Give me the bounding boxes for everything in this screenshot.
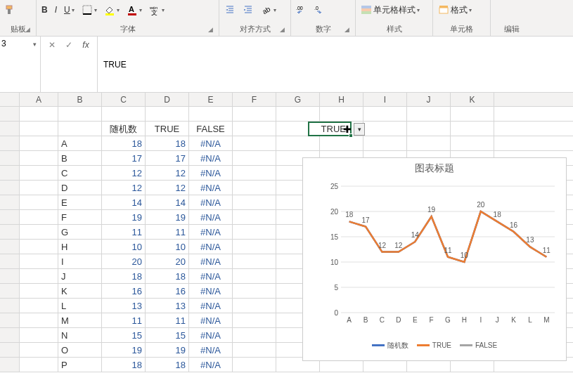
cell[interactable] <box>233 210 276 224</box>
cell[interactable] <box>233 299 276 313</box>
cell-label[interactable]: P <box>58 358 102 372</box>
column-header-F[interactable]: F <box>233 93 276 106</box>
cell-label[interactable]: A <box>58 136 102 150</box>
cell[interactable] <box>233 166 276 180</box>
fill-handle[interactable] <box>349 133 353 138</box>
cell[interactable] <box>20 181 58 195</box>
cell-random[interactable]: 16 <box>102 284 146 298</box>
cell[interactable] <box>233 107 276 121</box>
cell[interactable] <box>233 151 276 165</box>
cell[interactable] <box>407 136 451 150</box>
selected-cell[interactable]: TRUE <box>308 122 352 136</box>
cell[interactable] <box>363 136 407 150</box>
row-header[interactable] <box>0 358 20 372</box>
insert-function-button[interactable]: fx <box>79 39 93 51</box>
cell-label[interactable]: B <box>58 151 102 165</box>
cell-true[interactable]: 10 <box>146 240 189 254</box>
column-header-C[interactable]: C <box>102 93 146 106</box>
cell-random[interactable]: 13 <box>102 299 146 313</box>
cell[interactable] <box>363 107 407 121</box>
dialog-launcher-icon[interactable]: ◢ <box>342 26 351 34</box>
cell[interactable] <box>407 122 451 136</box>
cell-true[interactable]: 16 <box>146 284 189 298</box>
cell-false[interactable]: #N/A <box>189 254 233 268</box>
column-header-A[interactable]: A <box>20 93 58 106</box>
header-true[interactable]: TRUE <box>146 122 189 136</box>
name-box-dropdown-icon[interactable]: ▾ <box>31 39 39 50</box>
row-header[interactable] <box>0 210 20 224</box>
header-random[interactable]: 随机数 <box>102 122 146 136</box>
row-header[interactable] <box>0 225 20 239</box>
cell-true[interactable]: 20 <box>146 254 189 268</box>
column-header-B[interactable]: B <box>58 93 102 106</box>
row-header[interactable] <box>0 328 20 342</box>
cell-random[interactable]: 18 <box>102 136 146 150</box>
decrease-indent-button[interactable] <box>222 3 238 17</box>
cell-random[interactable]: 14 <box>102 195 146 209</box>
cell[interactable] <box>407 107 451 121</box>
dialog-launcher-icon[interactable]: ◢ <box>278 26 286 34</box>
row-header[interactable] <box>0 343 20 357</box>
row-header[interactable] <box>0 313 20 327</box>
cell[interactable] <box>20 313 58 327</box>
row-header[interactable] <box>0 269 20 283</box>
column-header-J[interactable]: J <box>407 93 451 106</box>
cell[interactable] <box>320 107 363 121</box>
cell[interactable] <box>20 122 58 136</box>
row-header[interactable] <box>0 122 20 136</box>
dialog-launcher-icon[interactable]: ◢ <box>206 26 214 34</box>
cancel-formula-button[interactable]: ✕ <box>45 39 59 51</box>
formula-input[interactable] <box>98 37 573 92</box>
legend-item[interactable]: TRUE <box>417 341 451 349</box>
legend-item[interactable]: FALSE <box>460 341 497 349</box>
cell[interactable] <box>451 136 494 150</box>
row-header[interactable] <box>0 151 20 165</box>
increase-indent-button[interactable] <box>240 3 256 17</box>
cell-true[interactable]: 18 <box>146 269 189 283</box>
cell-random[interactable]: 12 <box>102 166 146 180</box>
cell-random[interactable]: 18 <box>102 358 146 372</box>
cell[interactable] <box>20 269 58 283</box>
cell-false[interactable]: #N/A <box>189 225 233 239</box>
column-header-E[interactable]: E <box>189 93 233 106</box>
cell[interactable] <box>233 225 276 239</box>
cell-true[interactable]: 18 <box>146 358 189 372</box>
format-button[interactable]: 格式▾ <box>436 3 474 18</box>
cell[interactable] <box>233 136 276 150</box>
cell[interactable] <box>451 107 494 121</box>
cell[interactable] <box>320 136 363 150</box>
cell-true[interactable]: 15 <box>146 328 189 342</box>
cell[interactable] <box>20 254 58 268</box>
cell-label[interactable]: N <box>58 328 102 342</box>
cell-styles-button[interactable]: 单元格样式▾ <box>359 3 422 18</box>
cell-false[interactable]: #N/A <box>189 328 233 342</box>
cell[interactable] <box>20 166 58 180</box>
cell-random[interactable]: 19 <box>102 210 146 224</box>
fill-color-button[interactable]: ▾ <box>102 3 122 17</box>
enter-formula-button[interactable]: ✓ <box>62 39 76 51</box>
cell-label[interactable]: F <box>58 210 102 224</box>
name-box[interactable] <box>1 39 31 48</box>
column-header-D[interactable]: D <box>146 93 189 106</box>
cell-label[interactable]: M <box>58 313 102 327</box>
cell[interactable] <box>233 328 276 342</box>
cell[interactable] <box>20 151 58 165</box>
cell-true[interactable]: 11 <box>146 313 189 327</box>
chart-title[interactable]: 图表标题 <box>303 158 566 176</box>
cell-false[interactable]: #N/A <box>189 166 233 180</box>
cell[interactable] <box>233 313 276 327</box>
cell[interactable] <box>20 328 58 342</box>
cell[interactable] <box>233 240 276 254</box>
cell[interactable] <box>276 136 320 150</box>
phonetic-button[interactable]: wén文▾ <box>147 3 167 17</box>
cell[interactable] <box>20 225 58 239</box>
font-color-button[interactable]: A▾ <box>124 3 144 17</box>
cell-label[interactable]: I <box>58 254 102 268</box>
cell-label[interactable]: E <box>58 195 102 209</box>
cell[interactable] <box>20 299 58 313</box>
cell-label[interactable]: K <box>58 284 102 298</box>
format-painter-button[interactable] <box>3 3 18 17</box>
cell-random[interactable]: 11 <box>102 313 146 327</box>
cell-random[interactable]: 18 <box>102 269 146 283</box>
row-header[interactable] <box>0 240 20 254</box>
